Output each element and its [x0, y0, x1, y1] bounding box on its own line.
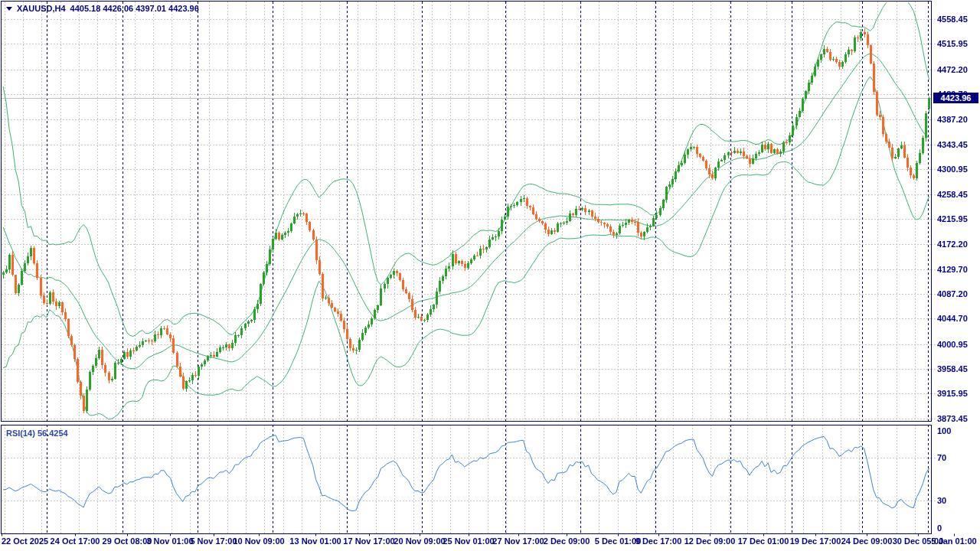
time-axis-label: 3 Nov 01:00: [146, 536, 193, 546]
price-axis-label: 3915.95: [937, 389, 968, 398]
time-axis-label: 27 Nov 17:00: [492, 536, 544, 546]
price-axis-label: 3958.45: [937, 364, 968, 373]
price-axis-label: 4515.95: [937, 39, 968, 48]
time-axis-label: 5 Dec 01:00: [595, 536, 642, 546]
price-axis-label: 3873.45: [937, 414, 968, 423]
trading-chart-window: XAUUSD,H4 4405.18 4426.06 4397.01 4423.9…: [0, 0, 980, 551]
rsi-axis-label: 70: [937, 453, 946, 462]
price-axis-label: 4044.70: [937, 314, 968, 323]
rsi-axis-label: 0: [937, 523, 942, 533]
current-price-badge: 4423.96: [933, 93, 978, 103]
rsi-axis-label: 30: [937, 496, 946, 505]
rsi-indicator-label: RSI(14) 56.4254: [6, 429, 68, 438]
time-axis-label: 17 Dec 01:00: [738, 536, 789, 546]
time-axis-label: 5 Jan 01:00: [931, 536, 976, 546]
price-axis-label: 4558.45: [937, 15, 968, 24]
price-axis-label: 4000.95: [937, 340, 968, 349]
time-axis-label: 20 Nov 09:00: [394, 536, 445, 546]
time-axis-label: 22 Oct 2025: [2, 536, 48, 546]
time-axis-label: 10 Nov 09:00: [233, 536, 284, 546]
candlestick-chart-canvas[interactable]: [0, 0, 980, 551]
price-axis-label: 4258.45: [937, 190, 968, 199]
symbol-period-label: XAUUSD,H4: [17, 4, 66, 13]
price-axis-label: 4129.70: [937, 265, 968, 274]
symbol-dropdown-icon[interactable]: [6, 7, 12, 11]
time-axis-label: 29 Oct 08:00: [103, 536, 152, 546]
price-axis-label: 4215.95: [937, 214, 968, 223]
price-axis-label: 4387.20: [937, 115, 968, 124]
time-axis-label: 17 Nov 17:00: [343, 536, 394, 546]
time-axis-label: 19 Dec 17:00: [790, 536, 841, 546]
rsi-axis-label: 100: [937, 426, 951, 435]
time-axis-label: 13 Nov 01:00: [289, 536, 341, 546]
price-axis-label: 4300.95: [937, 165, 968, 174]
price-axis-label: 4087.20: [937, 289, 968, 298]
price-axis-label: 4172.20: [937, 240, 968, 249]
time-axis-label: 24 Dec 09:00: [841, 536, 893, 546]
price-axis-label: 4472.20: [937, 65, 968, 74]
time-axis-label: 24 Oct 17:00: [51, 536, 100, 546]
time-axis-label: 12 Dec 09:00: [684, 536, 736, 546]
time-axis-label: 9 Dec 17:00: [635, 536, 682, 546]
time-axis-label: 2 Dec 09:00: [544, 536, 590, 546]
ohlc-values: 4405.18 4426.06 4397.01 4423.96: [70, 4, 199, 13]
time-axis-label: 5 Nov 17:00: [190, 536, 237, 546]
chart-legend: XAUUSD,H4 4405.18 4426.06 4397.01 4423.9…: [6, 4, 199, 13]
time-axis-label: 25 Nov 01:00: [443, 536, 494, 546]
price-axis-label: 4343.45: [937, 140, 968, 149]
